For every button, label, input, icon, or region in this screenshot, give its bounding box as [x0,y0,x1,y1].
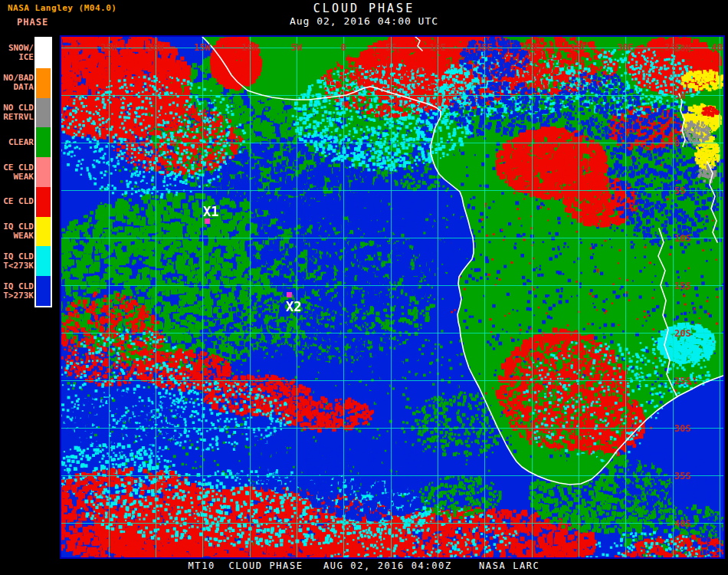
legend-label-no-bad-data: NO/BADDATA [0,68,34,98]
legend-swatch-snow-ice [36,38,51,68]
legend-label-liq-cld-warm: IQ CLDT>273K [0,276,34,306]
map-frame [60,35,725,559]
legend-swatch-liq-cld-warm [36,276,51,306]
legend-label-ice-cld-weak: CE CLDWEAK [0,157,34,187]
legend-label-liq-cld-cold: IQ CLDT<273K [0,246,34,276]
legend-swatch-liq-cld-weak [36,217,51,247]
legend-label-snow-ice: SNOW/ICE [0,38,34,68]
legend-swatch-no-bad-data [36,68,51,98]
cloud-phase-map[interactable] [61,37,723,557]
legend-swatches [34,37,52,307]
legend-swatch-no-cld-retrvl [36,98,51,128]
page-subtitle: Aug 02, 2016 04:00 UTC [0,15,728,27]
legend-swatch-ice-cld-weak [36,157,51,187]
legend-swatch-liq-cld-cold [36,246,51,276]
legend-swatch-ice-cld [36,187,51,217]
app-window: NASA Langley (M04.0) PHASE CLOUD PHASE A… [0,0,728,575]
legend-label-liq-cld-weak: IQ CLDWEAK [0,217,34,247]
page-title: CLOUD PHASE [0,2,728,15]
legend-label-ice-cld: CE CLD [0,187,34,217]
legend-items: SNOW/ICENO/BADDATANO CLDRETRVLCLEARCE CL… [0,38,34,306]
legend-label-clear: CLEAR [0,127,34,157]
legend-label-no-cld-retrvl: NO CLDRETRVL [0,98,34,128]
legend-swatch-clear [36,127,51,157]
footer-status-bar: MT10 CLOUD PHASE AUG 02, 2016 04:00Z NAS… [0,560,728,571]
